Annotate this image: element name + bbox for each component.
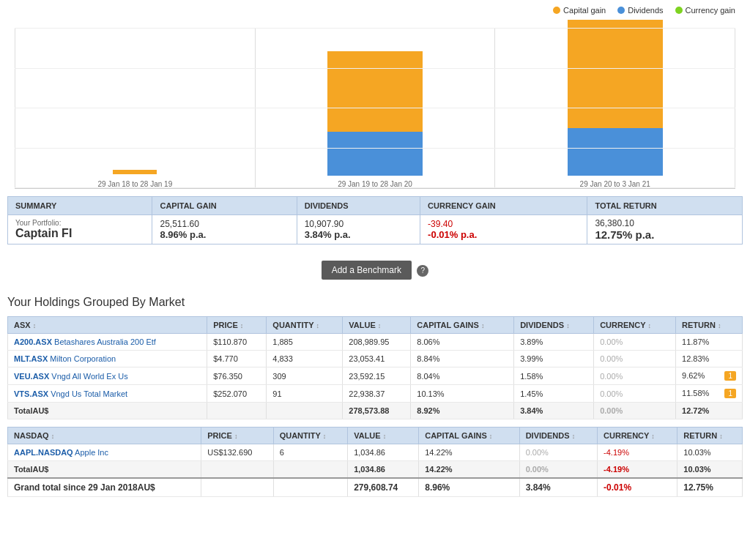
aapl-link[interactable]: AAPL.NASDAQ Apple Inc bbox=[14, 448, 108, 457]
chart-label-3: 29 Jan 20 to 3 Jan 21 bbox=[580, 180, 650, 188]
asx-total-row: TotalAU$ 278,573.88 8.92% 3.84% 0.00% 12… bbox=[8, 403, 743, 419]
legend-capital-gain-label: Capital gain bbox=[563, 6, 606, 15]
asx-row1-currency: 0.00% bbox=[594, 334, 676, 351]
asx-col-dividends[interactable]: DIVIDENDS ↕ bbox=[514, 317, 594, 334]
bar-blue-3 bbox=[568, 128, 663, 176]
nasdaq-col-return[interactable]: RETURN ↕ bbox=[677, 428, 743, 444]
portfolio-label: Your Portfolio: bbox=[15, 219, 144, 227]
asx-row1-name: A200.ASX Betashares Australia 200 Etf bbox=[8, 334, 207, 351]
mlt-link[interactable]: MLT.ASX Milton Corporation bbox=[14, 354, 116, 363]
asx-total-return: 12.72% bbox=[676, 403, 743, 419]
aapl-capital-gains: 14.22% bbox=[419, 444, 519, 461]
nasdaq-col-capital-gains[interactable]: CAPITAL GAINS ↕ bbox=[419, 428, 519, 444]
legend-dividends-label: Dividends bbox=[628, 6, 663, 15]
nasdaq-total-quantity bbox=[273, 461, 348, 479]
nasdaq-total-row: TotalAU$ 1,034.86 14.22% 0.00% -4.19% 10… bbox=[8, 461, 743, 479]
table-row: A200.ASX Betashares Australia 200 Etf $1… bbox=[8, 334, 743, 351]
currency-gain-dot bbox=[675, 7, 683, 14]
asx-col-quantity[interactable]: QUANTITY ↕ bbox=[267, 317, 343, 334]
grand-total-label: Grand total since 29 Jan 2018AU$ bbox=[8, 478, 201, 497]
vts-link[interactable]: VTS.ASX Vngd Us Total Market bbox=[14, 389, 127, 398]
asx-row1-price: $110.870 bbox=[207, 334, 267, 351]
summary-header-capital-gain: CAPITAL GAIN bbox=[152, 197, 297, 215]
asx-row3-quantity: 309 bbox=[267, 367, 343, 385]
asx-row2-quantity: 4,833 bbox=[267, 351, 343, 367]
chart-col-2: 29 Jan 19 to 28 Jan 20 bbox=[255, 28, 495, 188]
asx-col-capital-gains[interactable]: CAPITAL GAINS ↕ bbox=[411, 317, 514, 334]
asx-table: ASX ↕ PRICE ↕ QUANTITY ↕ VALUE ↕ CAPITAL… bbox=[7, 316, 743, 419]
asx-row3-value: 23,592.15 bbox=[343, 367, 411, 385]
asx-row2-name: MLT.ASX Milton Corporation bbox=[8, 351, 207, 367]
asx-row1-capital-gains: 8.06% bbox=[411, 334, 514, 351]
holdings-section: Your Holdings Grouped By Market ASX ↕ PR… bbox=[0, 288, 750, 512]
nasdaq-total-capital-gains: 14.22% bbox=[419, 461, 519, 479]
asx-row4-value: 22,938.37 bbox=[343, 385, 411, 403]
asx-row4-currency: 0.00% bbox=[594, 385, 676, 403]
asx-row2-return: 12.83% bbox=[676, 351, 743, 367]
aapl-price: US$132.690 bbox=[201, 444, 273, 461]
asx-col-return[interactable]: RETURN ↕ bbox=[676, 317, 743, 334]
currency-gain-pa: -0.01% p.a. bbox=[428, 229, 579, 240]
asx-row3-price: $76.350 bbox=[207, 367, 267, 385]
veu-link[interactable]: VEU.ASX Vngd All World Ex Us bbox=[14, 372, 128, 381]
legend-dividends: Dividends bbox=[617, 6, 663, 15]
nasdaq-col-price[interactable]: PRICE ↕ bbox=[201, 428, 273, 444]
table-row: VTS.ASX Vngd Us Total Market $252.070 91… bbox=[8, 385, 743, 403]
aapl-name: AAPL.NASDAQ Apple Inc bbox=[8, 444, 201, 461]
nasdaq-col-group[interactable]: NASDAQ ↕ bbox=[8, 428, 201, 444]
help-icon[interactable]: ? bbox=[417, 265, 428, 277]
asx-col-currency[interactable]: CURRENCY ↕ bbox=[594, 317, 676, 334]
summary-section: SUMMARY CAPITAL GAIN DIVIDENDS CURRENCY … bbox=[0, 189, 750, 252]
asx-col-price[interactable]: PRICE ↕ bbox=[207, 317, 267, 334]
aapl-dividends: 0.00% bbox=[519, 444, 597, 461]
nasdaq-col-quantity[interactable]: QUANTITY ↕ bbox=[273, 428, 348, 444]
summary-header-summary: SUMMARY bbox=[8, 197, 152, 215]
capital-gain-dot bbox=[553, 7, 560, 14]
grand-total-quantity bbox=[273, 478, 348, 497]
add-benchmark-button[interactable]: Add a Benchmark bbox=[322, 261, 412, 280]
nasdaq-total-return: 10.03% bbox=[677, 461, 743, 479]
asx-row2-currency: 0.00% bbox=[594, 351, 676, 367]
summary-portfolio-cell: Your Portfolio: Captain FI bbox=[8, 215, 152, 244]
asx-row1-value: 208,989.95 bbox=[343, 334, 411, 351]
asx-row3-capital-gains: 8.04% bbox=[411, 367, 514, 385]
asx-header-row: ASX ↕ PRICE ↕ QUANTITY ↕ VALUE ↕ CAPITAL… bbox=[8, 317, 743, 334]
asx-row1-quantity: 1,885 bbox=[267, 334, 343, 351]
nasdaq-total-currency: -4.19% bbox=[598, 461, 677, 479]
asx-row1-return: 11.87% bbox=[676, 334, 743, 351]
asx-row4-price: $252.070 bbox=[207, 385, 267, 403]
asx-row3-name: VEU.ASX Vngd All World Ex Us bbox=[8, 367, 207, 385]
summary-currency-gain-cell: -39.40 -0.01% p.a. bbox=[420, 215, 587, 244]
chart-col-1: 29 Jan 18 to 28 Jan 19 bbox=[15, 28, 255, 188]
asx-total-quantity bbox=[267, 403, 343, 419]
nasdaq-col-currency[interactable]: CURRENCY ↕ bbox=[598, 428, 677, 444]
a200-link[interactable]: A200.ASX Betashares Australia 200 Etf bbox=[14, 337, 156, 346]
asx-row4-name: VTS.ASX Vngd Us Total Market bbox=[8, 385, 207, 403]
bar-orange-1 bbox=[113, 170, 157, 174]
summary-dividends-cell: 10,907.90 3.84% p.a. bbox=[297, 215, 420, 244]
summary-table: SUMMARY CAPITAL GAIN DIVIDENDS CURRENCY … bbox=[7, 196, 743, 244]
asx-total-dividends: 3.84% bbox=[514, 403, 594, 419]
chart-section: 29 Jan 18 to 28 Jan 19 29 Jan 19 to 28 J… bbox=[0, 20, 750, 189]
bar-orange-3 bbox=[568, 20, 663, 128]
asx-col-group[interactable]: ASX ↕ bbox=[8, 317, 207, 334]
summary-capital-gain-cell: 25,511.60 8.96% p.a. bbox=[152, 215, 297, 244]
chart-label-1: 29 Jan 18 to 28 Jan 19 bbox=[97, 180, 172, 188]
asx-row2-value: 23,053.41 bbox=[343, 351, 411, 367]
vts-badge: 1 bbox=[724, 389, 736, 398]
legend-capital-gain: Capital gain bbox=[553, 6, 606, 15]
nasdaq-col-value[interactable]: VALUE ↕ bbox=[348, 428, 419, 444]
asx-total-currency: 0.00% bbox=[594, 403, 676, 419]
asx-total-price bbox=[207, 403, 267, 419]
grand-total-price bbox=[201, 478, 273, 497]
asx-row4-capital-gains: 10.13% bbox=[411, 385, 514, 403]
dividends-value: 10,907.90 bbox=[305, 219, 412, 229]
grand-total-capital-gains: 8.96% bbox=[419, 478, 519, 497]
chart-label-2: 29 Jan 19 to 28 Jan 20 bbox=[338, 180, 412, 188]
legend-currency-gain-label: Currency gain bbox=[686, 6, 735, 15]
asx-row4-quantity: 91 bbox=[267, 385, 343, 403]
aapl-quantity: 6 bbox=[273, 444, 348, 461]
asx-col-value[interactable]: VALUE ↕ bbox=[343, 317, 411, 334]
nasdaq-col-dividends[interactable]: DIVIDENDS ↕ bbox=[519, 428, 597, 444]
nasdaq-total-dividends: 0.00% bbox=[519, 461, 597, 479]
